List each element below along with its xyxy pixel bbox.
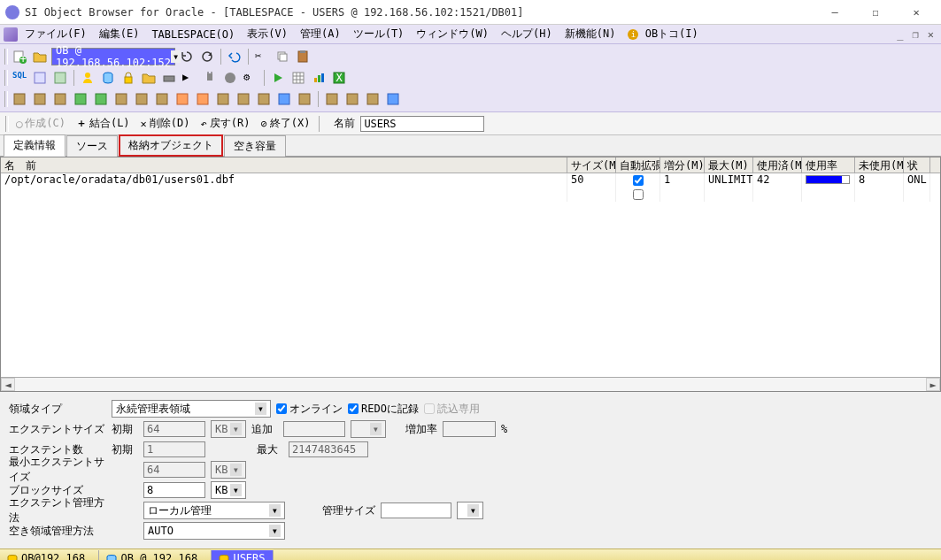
sql-icon[interactable]: SQL xyxy=(11,69,28,87)
merge-button[interactable]: ＋ 結合(L) xyxy=(73,114,134,133)
t3-12-icon[interactable] xyxy=(235,90,252,108)
t3-9-icon[interactable] xyxy=(174,90,191,108)
menu-tablespace[interactable]: TABLESPACE(O) xyxy=(146,27,240,42)
extent-mgmt-select[interactable]: ローカル管理 xyxy=(143,502,285,519)
t3-11-icon[interactable] xyxy=(214,90,232,108)
t3-17-icon[interactable] xyxy=(343,90,361,108)
toolbar-grip[interactable] xyxy=(4,91,8,107)
col-usage[interactable]: 使用率 xyxy=(802,157,855,173)
t3-7-icon[interactable] xyxy=(133,90,150,108)
refresh-icon[interactable] xyxy=(178,48,196,65)
mdi-restore[interactable]: ❐ xyxy=(909,28,922,41)
t3-4-icon[interactable] xyxy=(72,90,89,108)
name-input[interactable] xyxy=(360,116,484,132)
toolbar-grip[interactable] xyxy=(4,70,8,86)
close-button[interactable]: ✕ xyxy=(897,1,936,24)
lock-icon[interactable] xyxy=(120,69,137,87)
run-green-icon[interactable] xyxy=(269,69,287,87)
col-free[interactable]: 未使用(M) xyxy=(855,157,904,173)
open-icon[interactable] xyxy=(31,48,49,65)
grid-icon[interactable] xyxy=(289,69,307,87)
t3-16-icon[interactable] xyxy=(323,90,341,108)
stop-icon[interactable] xyxy=(221,69,239,87)
mdi-close[interactable]: ✕ xyxy=(924,28,937,41)
disk-icon[interactable] xyxy=(160,69,178,87)
delete-button[interactable]: ✕ 削除(D) xyxy=(137,114,194,133)
block-size-input[interactable] xyxy=(143,482,205,498)
menu-window[interactable]: ウィンドウ(W) xyxy=(411,25,494,43)
object-icon[interactable] xyxy=(51,69,69,87)
bottom-tab-1[interactable]: OB @ 192.168… xyxy=(99,550,212,561)
db-icon[interactable] xyxy=(99,69,117,87)
chart-icon[interactable] xyxy=(310,69,328,87)
table-row[interactable]: /opt/oracle/oradata/db01/users01.dbf 50 … xyxy=(1,173,940,188)
gear-icon[interactable]: ⚙ xyxy=(242,69,259,87)
tab-free-space[interactable]: 空き容量 xyxy=(224,135,286,157)
col-autoext[interactable]: 自動拡張 xyxy=(616,157,660,173)
redo-checkbox[interactable] xyxy=(348,403,359,414)
menu-help[interactable]: ヘルプ(H) xyxy=(496,25,558,43)
t3-15-icon[interactable] xyxy=(296,90,313,108)
minimize-button[interactable]: — xyxy=(815,1,854,24)
plug-icon[interactable] xyxy=(201,69,219,87)
menu-admin[interactable]: 管理(A) xyxy=(295,25,346,43)
t3-10-icon[interactable] xyxy=(194,90,212,108)
autoext-checkbox[interactable] xyxy=(633,175,644,186)
tab-source[interactable]: ソース xyxy=(66,135,118,157)
col-name[interactable]: 名 前 xyxy=(1,157,567,173)
block-size-unit[interactable]: KB xyxy=(211,481,246,499)
menu-new[interactable]: 新機能(N) xyxy=(559,25,621,43)
t3-14-icon[interactable] xyxy=(275,90,293,108)
new-connection-icon[interactable]: + xyxy=(11,48,28,65)
exit-button[interactable]: ⊘ 終了(X) xyxy=(257,114,313,133)
app-menu-icon[interactable] xyxy=(4,27,18,42)
script-icon[interactable] xyxy=(31,69,49,87)
free-mgmt-select[interactable]: AUTO xyxy=(143,522,285,540)
copy-icon[interactable] xyxy=(274,48,291,65)
col-inc[interactable]: 増分(M) xyxy=(660,157,705,173)
mgmt-size-input[interactable] xyxy=(381,502,451,518)
menu-edit[interactable]: 編集(E) xyxy=(94,25,145,43)
t3-1-icon[interactable] xyxy=(11,90,28,108)
online-checkbox[interactable] xyxy=(276,403,287,414)
col-max[interactable]: 最大(M) xyxy=(705,157,753,173)
bottom-tab-2[interactable]: USERS xyxy=(212,550,273,561)
col-stat[interactable]: 状 xyxy=(904,157,930,173)
menu-view[interactable]: 表示(V) xyxy=(242,25,293,43)
bottom-tab-0[interactable]: OB@192.168… xyxy=(0,550,99,561)
undo-icon[interactable] xyxy=(226,48,243,65)
t3-5-icon[interactable] xyxy=(92,90,110,108)
t3-13-icon[interactable] xyxy=(255,90,273,108)
t3-8-icon[interactable] xyxy=(153,90,171,108)
t3-18-icon[interactable] xyxy=(364,90,382,108)
t3-6-icon[interactable] xyxy=(112,90,130,108)
autoext-checkbox-empty[interactable] xyxy=(633,189,644,200)
export-icon[interactable]: X xyxy=(330,69,348,87)
menu-obtoko[interactable]: i OBトコ(I) xyxy=(622,25,703,43)
user-icon[interactable] xyxy=(79,69,96,87)
revert-button[interactable]: ↶ 戻す(R) xyxy=(197,114,254,133)
connection-combo[interactable]: OB @ 192.168.56.102:152 xyxy=(51,48,175,65)
reload-icon[interactable] xyxy=(198,48,216,65)
mgmt-size-unit[interactable] xyxy=(457,502,483,519)
menu-tool[interactable]: ツール(T) xyxy=(348,25,410,43)
menu-file[interactable]: ファイル(F) xyxy=(19,25,92,43)
maximize-button[interactable]: ☐ xyxy=(856,1,895,24)
tab-stored-objects[interactable]: 格納オブジェクト xyxy=(119,134,223,157)
arrow-icon[interactable]: ▶ xyxy=(181,69,198,87)
action-grip[interactable] xyxy=(5,116,9,132)
cut-icon[interactable]: ✂ xyxy=(253,48,271,65)
horizontal-scrollbar[interactable]: ◄► xyxy=(1,377,940,391)
table-row-empty[interactable] xyxy=(1,188,940,202)
mdi-minimize[interactable]: _ xyxy=(893,28,906,41)
folder-icon[interactable] xyxy=(140,69,158,87)
toolbar-grip[interactable] xyxy=(4,49,8,65)
t3-3-icon[interactable] xyxy=(51,90,69,108)
col-size[interactable]: サイズ(M) xyxy=(567,157,616,173)
paste-icon[interactable] xyxy=(294,48,312,65)
col-used[interactable]: 使用済(M) xyxy=(753,157,802,173)
tab-definition[interactable]: 定義情報 xyxy=(4,134,66,157)
region-type-select[interactable]: 永続管理表領域 xyxy=(112,400,271,418)
t3-19-icon[interactable] xyxy=(384,90,402,108)
t3-2-icon[interactable] xyxy=(31,90,49,108)
